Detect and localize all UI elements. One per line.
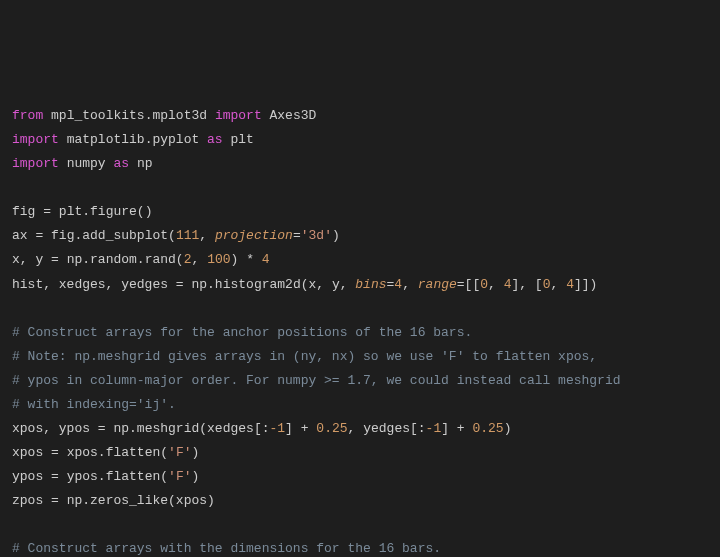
code-line: zpos = np.zeros_like(xpos): [12, 493, 215, 508]
number: 2: [184, 252, 192, 267]
comment: # ypos in column-major order. For numpy …: [12, 373, 621, 388]
comma: ,: [551, 277, 559, 292]
code-line: fig = plt.figure(): [12, 204, 152, 219]
equals: =: [51, 252, 59, 267]
code-line: import numpy as np: [12, 156, 152, 171]
kwarg-projection: projection: [215, 228, 293, 243]
code-line: hist, xedges, yedges = np.histogram2d(x,…: [12, 277, 597, 292]
variable: fig: [12, 204, 35, 219]
close-paren: ): [231, 252, 239, 267]
imported-name: Axes3D: [270, 108, 317, 123]
blank-line: [12, 301, 20, 316]
equals: =: [51, 445, 59, 460]
variable: x, y: [12, 252, 43, 267]
comment: # Construct arrays with the dimensions f…: [12, 541, 441, 556]
number: 100: [207, 252, 230, 267]
code-line: xpos = xpos.flatten('F'): [12, 445, 199, 460]
call: ypos.flatten(: [67, 469, 168, 484]
keyword-import: import: [12, 156, 59, 171]
equals: =: [51, 493, 59, 508]
number: 0.25: [472, 421, 503, 436]
variable: zpos: [12, 493, 43, 508]
comment: # with indexing='ij'.: [12, 397, 176, 412]
call: np.random.rand(: [67, 252, 184, 267]
variable: ypos: [12, 469, 43, 484]
comment: # Note: np.meshgrid gives arrays in (ny,…: [12, 349, 597, 364]
keyword-from: from: [12, 108, 43, 123]
number: 111: [176, 228, 199, 243]
code-line: import matplotlib.pyplot as plt: [12, 132, 254, 147]
blank-line: [12, 517, 20, 532]
comma: ,: [199, 228, 207, 243]
number: 0: [480, 277, 488, 292]
kwarg-bins: bins: [355, 277, 386, 292]
equals: =: [35, 228, 43, 243]
number: 4: [394, 277, 402, 292]
call: xpos.flatten(: [67, 445, 168, 460]
equals: =: [51, 469, 59, 484]
bracket: [[: [465, 277, 481, 292]
code-line: x, y = np.random.rand(2, 100) * 4: [12, 252, 270, 267]
comma: ,: [192, 252, 200, 267]
variable: xpos, ypos: [12, 421, 90, 436]
module-path: mpl_toolkits.mplot3d: [51, 108, 207, 123]
module-path: numpy: [67, 156, 106, 171]
blank-line: [12, 180, 20, 195]
code-block: from mpl_toolkits.mplot3d import Axes3D …: [12, 104, 708, 557]
comma: ,: [348, 421, 356, 436]
number: 4: [566, 277, 574, 292]
code-line: ax = fig.add_subplot(111, projection='3d…: [12, 228, 340, 243]
call: fig.add_subplot(: [51, 228, 176, 243]
code-line: from mpl_toolkits.mplot3d import Axes3D: [12, 108, 316, 123]
number: 0.25: [316, 421, 347, 436]
string: 'F': [168, 469, 191, 484]
variable: xpos: [12, 445, 43, 460]
bracket: ]: [285, 421, 293, 436]
call: np.histogram2d(x, y,: [191, 277, 347, 292]
bracket: ]]): [574, 277, 597, 292]
variable: hist, xedges, yedges: [12, 277, 168, 292]
number: -1: [269, 421, 285, 436]
keyword-as: as: [207, 132, 223, 147]
keyword-import: import: [12, 132, 59, 147]
close-paren: ): [191, 445, 199, 460]
bracket: ]: [441, 421, 449, 436]
plus: +: [301, 421, 309, 436]
equals: =: [293, 228, 301, 243]
plus: +: [457, 421, 465, 436]
number: 0: [543, 277, 551, 292]
code-line: xpos, ypos = np.meshgrid(xedges[:-1] + 0…: [12, 421, 512, 436]
call: plt.figure(): [59, 204, 153, 219]
call: np.meshgrid(xedges[:: [113, 421, 269, 436]
equals: =: [457, 277, 465, 292]
alias: np: [137, 156, 153, 171]
kwarg-range: range: [418, 277, 457, 292]
number: 4: [262, 252, 270, 267]
close-paren: ): [191, 469, 199, 484]
bracket: ], [: [511, 277, 542, 292]
module-path: matplotlib.pyplot: [67, 132, 200, 147]
equals: =: [43, 204, 51, 219]
comma: ,: [488, 277, 496, 292]
call: yedges[:: [363, 421, 425, 436]
alias: plt: [230, 132, 253, 147]
string: 'F': [168, 445, 191, 460]
equals: =: [176, 277, 184, 292]
number: -1: [426, 421, 442, 436]
keyword-import: import: [215, 108, 262, 123]
variable: ax: [12, 228, 28, 243]
close-paren: ): [332, 228, 340, 243]
comment: # Construct arrays for the anchor positi…: [12, 325, 472, 340]
code-line: ypos = ypos.flatten('F'): [12, 469, 199, 484]
close-paren: ): [504, 421, 512, 436]
star: *: [246, 252, 254, 267]
keyword-as: as: [113, 156, 129, 171]
comma: ,: [402, 277, 410, 292]
call: np.zeros_like(xpos): [67, 493, 215, 508]
equals: =: [98, 421, 106, 436]
string: '3d': [301, 228, 332, 243]
